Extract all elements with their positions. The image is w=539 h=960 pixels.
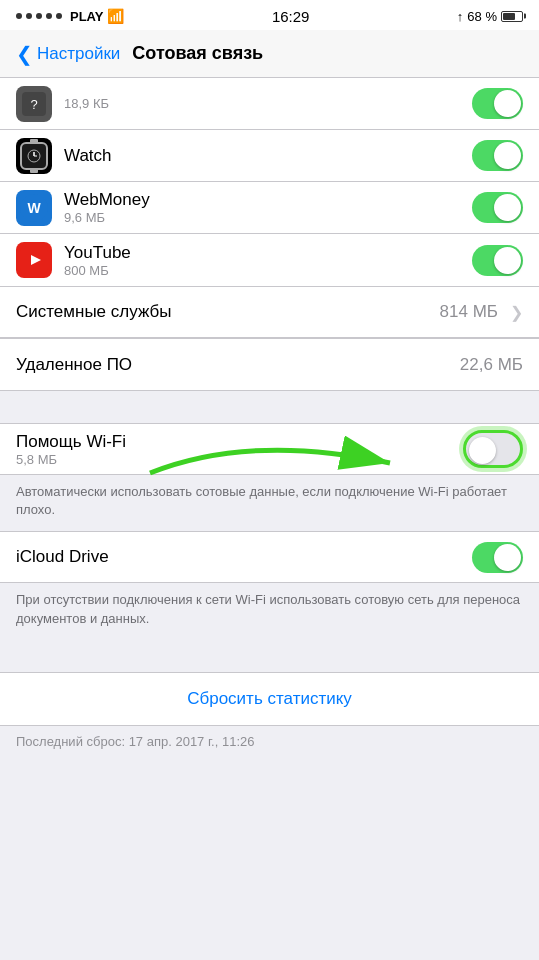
youtube-item: YouTube 800 МБ: [0, 234, 539, 286]
signal-dot-2: [26, 13, 32, 19]
last-reset-label: Последний сброс: 17 апр. 2017 г., 11:26: [16, 734, 254, 749]
last-reset-section: Последний сброс: 17 апр. 2017 г., 11:26: [0, 726, 539, 761]
watch-toggle[interactable]: [472, 140, 523, 171]
youtube-toggle-thumb: [494, 247, 521, 274]
webmoney-item: W WebMoney 9,6 МБ: [0, 182, 539, 234]
icloud-drive-text: iCloud Drive: [16, 547, 472, 567]
watch-item-right: [472, 140, 523, 171]
separator-2: [0, 391, 539, 423]
wifi-assist-description: Автоматически использовать сотовые данны…: [0, 475, 539, 531]
wifi-assist-toggle[interactable]: [463, 430, 523, 468]
page-title: Сотовая связь: [132, 43, 263, 64]
top-item-right: [472, 88, 523, 119]
top-item-text: 18,9 КБ: [64, 96, 472, 111]
webmoney-toggle[interactable]: [472, 192, 523, 223]
remote-management-text: Удаленное ПО: [16, 355, 460, 375]
watch-face: [20, 142, 48, 170]
signal-dot-4: [46, 13, 52, 19]
webmoney-toggle-thumb: [494, 194, 521, 221]
wifi-icon: 📶: [107, 8, 124, 24]
top-item-toggle-thumb: [494, 90, 521, 117]
battery-percent: 68 %: [467, 9, 497, 24]
webmoney-size: 9,6 МБ: [64, 210, 472, 225]
remote-management-value: 22,6 МБ: [460, 355, 523, 375]
icloud-drive-item: iCloud Drive: [0, 531, 539, 583]
top-item-toggle[interactable]: [472, 88, 523, 119]
wifi-assist-size: 5,8 МБ: [16, 452, 463, 467]
back-button[interactable]: ❮ Настройки: [16, 44, 120, 64]
webmoney-item-right: [472, 192, 523, 223]
system-services-chevron: ❯: [510, 303, 523, 322]
battery-fill: [503, 13, 515, 20]
wifi-assist-right: [463, 430, 523, 468]
watch-app-icon: [16, 138, 52, 174]
top-section: ? 18,9 КБ Watch: [0, 78, 539, 286]
watch-item-text: Watch: [64, 146, 472, 166]
signal-dot-3: [36, 13, 42, 19]
top-item: ? 18,9 КБ: [0, 78, 539, 130]
top-item-size: 18,9 КБ: [64, 96, 472, 111]
remote-management-right: 22,6 МБ: [460, 355, 523, 375]
location-icon: ↑: [457, 9, 464, 24]
wifi-assist-section: Помощь Wi-Fi 5,8 МБ: [0, 423, 539, 475]
youtube-icon-svg: [20, 246, 48, 274]
webmoney-title: WebMoney: [64, 190, 472, 210]
system-services-item[interactable]: Системные службы 814 МБ ❯: [0, 286, 539, 338]
signal-dot-1: [16, 13, 22, 19]
watch-toggle-thumb: [494, 142, 521, 169]
status-right: ↑ 68 %: [457, 9, 523, 24]
nav-bar: ❮ Настройки Сотовая связь: [0, 30, 539, 78]
icloud-drive-right: [472, 542, 523, 573]
icloud-drive-toggle[interactable]: [472, 542, 523, 573]
icloud-drive-title: iCloud Drive: [16, 547, 472, 567]
youtube-toggle[interactable]: [472, 245, 523, 276]
system-services-right: 814 МБ ❯: [440, 302, 523, 322]
status-bar: PLAY 📶 16:29 ↑ 68 %: [0, 0, 539, 30]
youtube-app-icon: [16, 242, 52, 278]
system-services-title: Системные службы: [16, 302, 440, 322]
battery-icon: [501, 11, 523, 22]
icloud-drive-description: При отсутствии подключения к сети Wi-Fi …: [0, 583, 539, 639]
youtube-size: 800 МБ: [64, 263, 472, 278]
status-time: 16:29: [272, 8, 310, 25]
webmoney-icon-svg: W: [20, 194, 48, 222]
wifi-assist-toggle-thumb: [469, 437, 496, 464]
reset-stats-section: Сбросить статистику: [0, 672, 539, 726]
watch-face-svg: [26, 148, 42, 164]
icloud-drive-toggle-thumb: [494, 544, 521, 571]
top-app-icon: ?: [16, 86, 52, 122]
reset-stats-button[interactable]: Сбросить статистику: [187, 689, 352, 708]
back-label: Настройки: [37, 44, 120, 64]
svg-text:W: W: [27, 200, 41, 216]
back-chevron-icon: ❮: [16, 44, 33, 64]
wifi-assist-title: Помощь Wi-Fi: [16, 432, 463, 452]
system-services-text: Системные службы: [16, 302, 440, 322]
wifi-assist-text: Помощь Wi-Fi 5,8 МБ: [16, 432, 463, 467]
signal-dot-5: [56, 13, 62, 19]
watch-item-title: Watch: [64, 146, 472, 166]
system-services-value: 814 МБ: [440, 302, 498, 322]
wifi-assist-item: Помощь Wi-Fi 5,8 МБ: [0, 423, 539, 475]
webmoney-item-text: WebMoney 9,6 МБ: [64, 190, 472, 225]
remote-management-title: Удаленное ПО: [16, 355, 460, 375]
separator-3: [0, 640, 539, 672]
remote-management-item: Удаленное ПО 22,6 МБ: [0, 339, 539, 391]
carrier-label: PLAY: [70, 9, 103, 24]
svg-text:?: ?: [30, 97, 37, 112]
webmoney-app-icon: W: [16, 190, 52, 226]
status-left: PLAY 📶: [16, 8, 124, 24]
top-app-icon-svg: ?: [22, 92, 46, 116]
watch-item: Watch: [0, 130, 539, 182]
youtube-item-text: YouTube 800 МБ: [64, 243, 472, 278]
youtube-item-right: [472, 245, 523, 276]
youtube-title: YouTube: [64, 243, 472, 263]
